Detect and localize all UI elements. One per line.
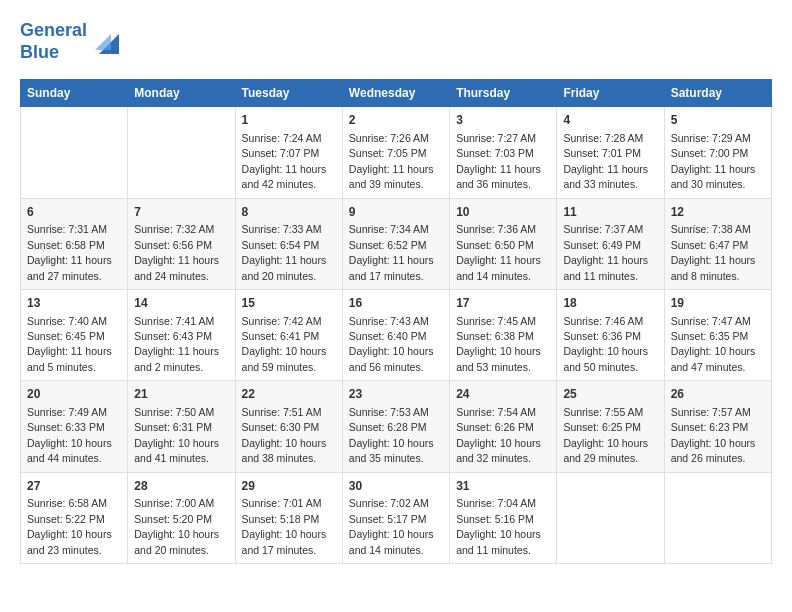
weekday-header-tuesday: Tuesday: [235, 80, 342, 107]
weekday-header-wednesday: Wednesday: [342, 80, 449, 107]
day-info: Sunrise: 7:38 AM Sunset: 6:47 PM Dayligh…: [671, 223, 756, 281]
calendar-cell: 11 Sunrise: 7:37 AM Sunset: 6:49 PM Dayl…: [557, 198, 664, 289]
day-info: Sunrise: 7:31 AM Sunset: 6:58 PM Dayligh…: [27, 223, 112, 281]
day-number: 3: [456, 112, 550, 129]
day-info: Sunrise: 7:53 AM Sunset: 6:28 PM Dayligh…: [349, 406, 434, 464]
day-info: Sunrise: 7:47 AM Sunset: 6:35 PM Dayligh…: [671, 315, 756, 373]
calendar-cell: 5 Sunrise: 7:29 AM Sunset: 7:00 PM Dayli…: [664, 107, 771, 198]
calendar-cell: 14 Sunrise: 7:41 AM Sunset: 6:43 PM Dayl…: [128, 289, 235, 380]
calendar-week-4: 20 Sunrise: 7:49 AM Sunset: 6:33 PM Dayl…: [21, 381, 772, 472]
calendar-cell: [21, 107, 128, 198]
day-info: Sunrise: 7:50 AM Sunset: 6:31 PM Dayligh…: [134, 406, 219, 464]
calendar-cell: 13 Sunrise: 7:40 AM Sunset: 6:45 PM Dayl…: [21, 289, 128, 380]
day-info: Sunrise: 7:49 AM Sunset: 6:33 PM Dayligh…: [27, 406, 112, 464]
day-number: 29: [242, 478, 336, 495]
calendar-cell: 19 Sunrise: 7:47 AM Sunset: 6:35 PM Dayl…: [664, 289, 771, 380]
calendar-cell: 8 Sunrise: 7:33 AM Sunset: 6:54 PM Dayli…: [235, 198, 342, 289]
day-number: 2: [349, 112, 443, 129]
day-info: Sunrise: 7:42 AM Sunset: 6:41 PM Dayligh…: [242, 315, 327, 373]
calendar-cell: 27 Sunrise: 6:58 AM Sunset: 5:22 PM Dayl…: [21, 472, 128, 563]
weekday-header-friday: Friday: [557, 80, 664, 107]
calendar-table: SundayMondayTuesdayWednesdayThursdayFrid…: [20, 79, 772, 564]
calendar-week-1: 1 Sunrise: 7:24 AM Sunset: 7:07 PM Dayli…: [21, 107, 772, 198]
day-number: 19: [671, 295, 765, 312]
day-info: Sunrise: 7:54 AM Sunset: 6:26 PM Dayligh…: [456, 406, 541, 464]
calendar-cell: 18 Sunrise: 7:46 AM Sunset: 6:36 PM Dayl…: [557, 289, 664, 380]
day-number: 26: [671, 386, 765, 403]
calendar-cell: 25 Sunrise: 7:55 AM Sunset: 6:25 PM Dayl…: [557, 381, 664, 472]
calendar-cell: 23 Sunrise: 7:53 AM Sunset: 6:28 PM Dayl…: [342, 381, 449, 472]
weekday-header-thursday: Thursday: [450, 80, 557, 107]
calendar-cell: [664, 472, 771, 563]
day-number: 23: [349, 386, 443, 403]
svg-marker-1: [95, 34, 111, 50]
calendar-cell: 2 Sunrise: 7:26 AM Sunset: 7:05 PM Dayli…: [342, 107, 449, 198]
calendar-cell: 15 Sunrise: 7:42 AM Sunset: 6:41 PM Dayl…: [235, 289, 342, 380]
day-info: Sunrise: 6:58 AM Sunset: 5:22 PM Dayligh…: [27, 497, 112, 555]
day-info: Sunrise: 7:41 AM Sunset: 6:43 PM Dayligh…: [134, 315, 219, 373]
day-number: 1: [242, 112, 336, 129]
page-header: GeneralBlue: [20, 20, 772, 63]
calendar-cell: 17 Sunrise: 7:45 AM Sunset: 6:38 PM Dayl…: [450, 289, 557, 380]
day-number: 20: [27, 386, 121, 403]
day-info: Sunrise: 7:36 AM Sunset: 6:50 PM Dayligh…: [456, 223, 541, 281]
day-info: Sunrise: 7:28 AM Sunset: 7:01 PM Dayligh…: [563, 132, 648, 190]
weekday-header-row: SundayMondayTuesdayWednesdayThursdayFrid…: [21, 80, 772, 107]
day-number: 13: [27, 295, 121, 312]
calendar-cell: 29 Sunrise: 7:01 AM Sunset: 5:18 PM Dayl…: [235, 472, 342, 563]
day-number: 11: [563, 204, 657, 221]
day-number: 5: [671, 112, 765, 129]
calendar-cell: [557, 472, 664, 563]
day-info: Sunrise: 7:26 AM Sunset: 7:05 PM Dayligh…: [349, 132, 434, 190]
day-info: Sunrise: 7:24 AM Sunset: 7:07 PM Dayligh…: [242, 132, 327, 190]
day-info: Sunrise: 7:02 AM Sunset: 5:17 PM Dayligh…: [349, 497, 434, 555]
calendar-cell: 12 Sunrise: 7:38 AM Sunset: 6:47 PM Dayl…: [664, 198, 771, 289]
day-info: Sunrise: 7:01 AM Sunset: 5:18 PM Dayligh…: [242, 497, 327, 555]
calendar-week-5: 27 Sunrise: 6:58 AM Sunset: 5:22 PM Dayl…: [21, 472, 772, 563]
weekday-header-monday: Monday: [128, 80, 235, 107]
day-info: Sunrise: 7:00 AM Sunset: 5:20 PM Dayligh…: [134, 497, 219, 555]
day-number: 4: [563, 112, 657, 129]
calendar-cell: 28 Sunrise: 7:00 AM Sunset: 5:20 PM Dayl…: [128, 472, 235, 563]
day-number: 22: [242, 386, 336, 403]
logo-text: GeneralBlue: [20, 20, 87, 63]
day-number: 21: [134, 386, 228, 403]
logo: GeneralBlue: [20, 20, 123, 63]
calendar-cell: 26 Sunrise: 7:57 AM Sunset: 6:23 PM Dayl…: [664, 381, 771, 472]
day-info: Sunrise: 7:04 AM Sunset: 5:16 PM Dayligh…: [456, 497, 541, 555]
logo-icon: [91, 26, 123, 58]
calendar-cell: 31 Sunrise: 7:04 AM Sunset: 5:16 PM Dayl…: [450, 472, 557, 563]
day-info: Sunrise: 7:43 AM Sunset: 6:40 PM Dayligh…: [349, 315, 434, 373]
weekday-header-sunday: Sunday: [21, 80, 128, 107]
day-number: 30: [349, 478, 443, 495]
calendar-cell: [128, 107, 235, 198]
calendar-cell: 21 Sunrise: 7:50 AM Sunset: 6:31 PM Dayl…: [128, 381, 235, 472]
calendar-cell: 4 Sunrise: 7:28 AM Sunset: 7:01 PM Dayli…: [557, 107, 664, 198]
day-number: 18: [563, 295, 657, 312]
day-info: Sunrise: 7:29 AM Sunset: 7:00 PM Dayligh…: [671, 132, 756, 190]
day-number: 15: [242, 295, 336, 312]
calendar-header: SundayMondayTuesdayWednesdayThursdayFrid…: [21, 80, 772, 107]
day-info: Sunrise: 7:45 AM Sunset: 6:38 PM Dayligh…: [456, 315, 541, 373]
day-info: Sunrise: 7:37 AM Sunset: 6:49 PM Dayligh…: [563, 223, 648, 281]
day-number: 10: [456, 204, 550, 221]
day-info: Sunrise: 7:57 AM Sunset: 6:23 PM Dayligh…: [671, 406, 756, 464]
day-info: Sunrise: 7:33 AM Sunset: 6:54 PM Dayligh…: [242, 223, 327, 281]
day-number: 9: [349, 204, 443, 221]
day-info: Sunrise: 7:51 AM Sunset: 6:30 PM Dayligh…: [242, 406, 327, 464]
calendar-cell: 22 Sunrise: 7:51 AM Sunset: 6:30 PM Dayl…: [235, 381, 342, 472]
calendar-cell: 10 Sunrise: 7:36 AM Sunset: 6:50 PM Dayl…: [450, 198, 557, 289]
day-number: 31: [456, 478, 550, 495]
day-number: 8: [242, 204, 336, 221]
day-number: 12: [671, 204, 765, 221]
day-number: 6: [27, 204, 121, 221]
calendar-week-2: 6 Sunrise: 7:31 AM Sunset: 6:58 PM Dayli…: [21, 198, 772, 289]
day-number: 25: [563, 386, 657, 403]
calendar-body: 1 Sunrise: 7:24 AM Sunset: 7:07 PM Dayli…: [21, 107, 772, 564]
day-number: 7: [134, 204, 228, 221]
day-info: Sunrise: 7:27 AM Sunset: 7:03 PM Dayligh…: [456, 132, 541, 190]
calendar-cell: 9 Sunrise: 7:34 AM Sunset: 6:52 PM Dayli…: [342, 198, 449, 289]
day-info: Sunrise: 7:32 AM Sunset: 6:56 PM Dayligh…: [134, 223, 219, 281]
day-number: 24: [456, 386, 550, 403]
day-info: Sunrise: 7:40 AM Sunset: 6:45 PM Dayligh…: [27, 315, 112, 373]
